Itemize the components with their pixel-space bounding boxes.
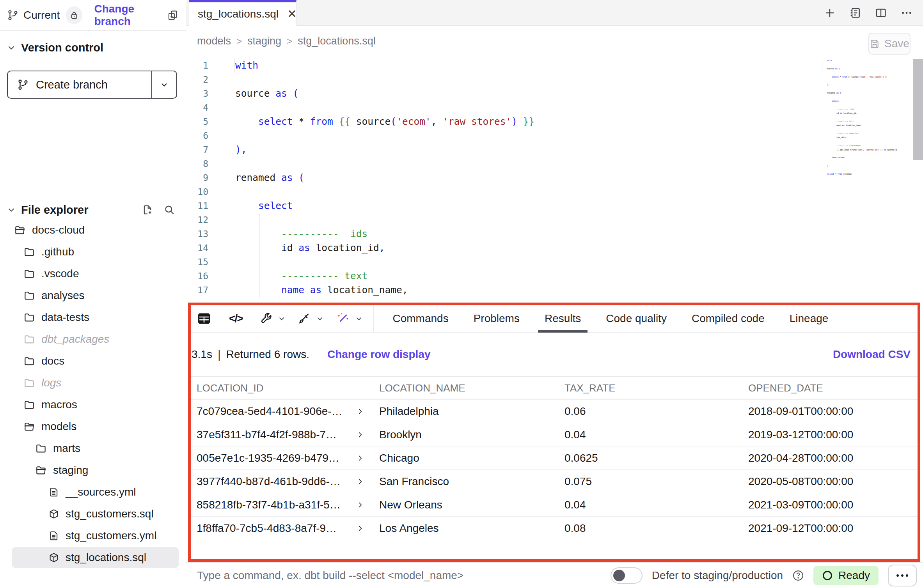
editor-more-button[interactable]: [900, 7, 913, 19]
table-row[interactable]: 858218fb-73f7-4b1b-a31f-5…New Orleans0.0…: [191, 493, 918, 516]
line-number: 2: [186, 73, 221, 87]
new-tab-button[interactable]: [824, 7, 836, 19]
code-line-9: 9renamed as (: [186, 171, 923, 185]
doc-icon: [48, 487, 59, 498]
breadcrumb-item-staging[interactable]: staging: [247, 35, 281, 47]
save-icon: [870, 39, 880, 49]
file-tree-label: docs-cloud: [32, 224, 85, 236]
minimap[interactable]: withsource as ( select * from {{ source(…: [827, 58, 897, 183]
file-explorer-header[interactable]: File explorer: [0, 199, 186, 221]
defer-toggle[interactable]: [611, 567, 643, 584]
file-tree-item-data-tests[interactable]: data-tests: [0, 306, 186, 328]
code-editor[interactable]: 1with23source as (45 select * from {{ so…: [186, 58, 923, 303]
line-number: 11: [186, 199, 221, 213]
save-button[interactable]: Save: [868, 33, 911, 55]
folder-open-icon: [35, 464, 47, 476]
command-input[interactable]: [197, 569, 579, 582]
editor-scrollbar-thumb[interactable]: [913, 59, 923, 160]
results-tab-commands[interactable]: Commands: [392, 305, 448, 332]
branch-lock-badge[interactable]: [66, 6, 82, 24]
cell-location-id: 7c079cea-5ed4-4101-906e-…: [191, 405, 379, 418]
file-tree-item-docs[interactable]: docs: [0, 350, 186, 372]
download-csv-link[interactable]: Download CSV: [833, 348, 911, 361]
code-line-4: 4: [186, 101, 923, 115]
folder-icon: [23, 246, 35, 258]
table-row[interactable]: 005e7e1c-1935-4269-b479…Chicago0.0625202…: [191, 446, 918, 469]
folder-icon: [23, 377, 35, 389]
create-branch-button[interactable]: Create branch: [7, 71, 177, 99]
preview-results-button[interactable]: [196, 311, 212, 326]
table-row[interactable]: 3977f440-b87d-461b-9dd6-…San Francisco0.…: [191, 469, 918, 493]
file-tree-item-github[interactable]: .github: [0, 241, 186, 263]
split-editor-button[interactable]: [875, 7, 887, 19]
file-tree-item-dbt-packages[interactable]: dbt_packages: [0, 328, 186, 350]
cell-opened-date: 2018-09-01T00:00:00: [748, 405, 918, 418]
file-tree-item-macros[interactable]: macros: [0, 394, 186, 416]
defer-help-button[interactable]: [792, 570, 804, 581]
table-row[interactable]: 1f8ffa70-7cb5-4d83-8a7f-9…Los Angeles0.0…: [191, 516, 918, 540]
new-file-button[interactable]: [142, 204, 153, 215]
code-line-2: 2: [186, 73, 923, 87]
preview-code-icon[interactable]: </>: [229, 312, 242, 325]
expand-row-chevron-icon[interactable]: [356, 454, 364, 462]
table-row[interactable]: 37e5f311-b7f4-4f2f-988b-7…Brooklyn0.0420…: [191, 423, 918, 446]
breadcrumb-item-models[interactable]: models: [197, 35, 231, 47]
code-line-14: 14 id as location_id,: [186, 241, 923, 255]
expand-row-chevron-icon[interactable]: [356, 524, 364, 532]
file-tree-item-sources-yml[interactable]: __sources.yml: [0, 481, 186, 503]
file-tree-item-staging[interactable]: staging: [0, 459, 186, 481]
build-button[interactable]: [259, 312, 273, 325]
ellipsis-icon: [900, 7, 913, 19]
ellipsis-icon: [896, 574, 899, 577]
code-line-7: 7),: [186, 143, 923, 157]
file-tree-item-analyses[interactable]: analyses: [0, 285, 186, 306]
results-tab-problems[interactable]: Problems: [474, 305, 520, 332]
expand-row-chevron-icon[interactable]: [356, 407, 364, 415]
file-tree-item-stg-locations-sql[interactable]: stg_locations.sql: [0, 547, 186, 569]
breadcrumb-separator: >: [287, 36, 292, 47]
version-control-header[interactable]: Version control: [0, 37, 186, 58]
brush-icon: [298, 312, 311, 325]
expand-row-chevron-icon[interactable]: [356, 478, 364, 485]
results-tab-compiled-code[interactable]: Compiled code: [692, 305, 765, 332]
file-tree-item-marts[interactable]: marts: [0, 437, 186, 459]
file-tree-item-docs-cloud[interactable]: docs-cloud: [0, 219, 186, 241]
ai-assist-button[interactable]: [336, 312, 350, 326]
chevron-down-icon: [7, 205, 16, 214]
indent-guide: [237, 101, 237, 129]
change-row-display-link[interactable]: Change row display: [327, 348, 431, 361]
expand-row-chevron-icon[interactable]: [356, 431, 364, 439]
search-files-button[interactable]: [164, 204, 175, 215]
cell-tax-rate: 0.04: [564, 429, 748, 441]
format-document-button[interactable]: [849, 7, 861, 19]
file-tree-item-vscode[interactable]: .vscode: [0, 263, 186, 285]
create-branch-label: Create branch: [36, 78, 108, 91]
results-tab-lineage[interactable]: Lineage: [790, 305, 829, 332]
ai-assist-dropdown[interactable]: [355, 314, 363, 323]
branch-topbar: Current Change branch: [0, 0, 186, 31]
create-branch-dropdown[interactable]: [151, 71, 176, 98]
folder-icon: [23, 399, 35, 411]
copy-branch-button[interactable]: [167, 9, 179, 21]
table-row[interactable]: 7c079cea-5ed4-4101-906e-…Philadelphia0.0…: [191, 399, 918, 423]
file-tree-label: analyses: [41, 289, 85, 302]
close-tab-icon[interactable]: ✕: [287, 8, 297, 20]
cell-location-name: Los Angeles: [379, 522, 564, 535]
file-tree-item-stg-customers-sql[interactable]: stg_customers.sql: [0, 503, 186, 525]
breadcrumb-item-stg-locations-sql[interactable]: stg_locations.sql: [298, 35, 376, 47]
results-tab-code-quality[interactable]: Code quality: [606, 305, 667, 332]
expand-row-chevron-icon[interactable]: [356, 501, 364, 509]
change-branch-link[interactable]: Change branch: [94, 3, 167, 28]
cell-opened-date: 2020-05-08T00:00:00: [748, 475, 918, 488]
results-tab-results[interactable]: Results: [545, 305, 581, 332]
build-dropdown[interactable]: [277, 314, 286, 323]
file-tree-item-models[interactable]: models: [0, 416, 186, 437]
format-dropdown[interactable]: [316, 314, 324, 323]
ide-status-badge[interactable]: Ready: [813, 566, 879, 585]
new-file-icon: [142, 204, 153, 215]
tab-stg-locations-sql[interactable]: stg_locations.sql ✕: [189, 0, 296, 26]
file-tree-item-logs[interactable]: logs: [0, 372, 186, 394]
format-button[interactable]: [298, 312, 311, 325]
command-bar-more-button[interactable]: [888, 565, 917, 586]
file-tree-item-stg-customers-yml[interactable]: stg_customers.yml: [0, 525, 186, 547]
